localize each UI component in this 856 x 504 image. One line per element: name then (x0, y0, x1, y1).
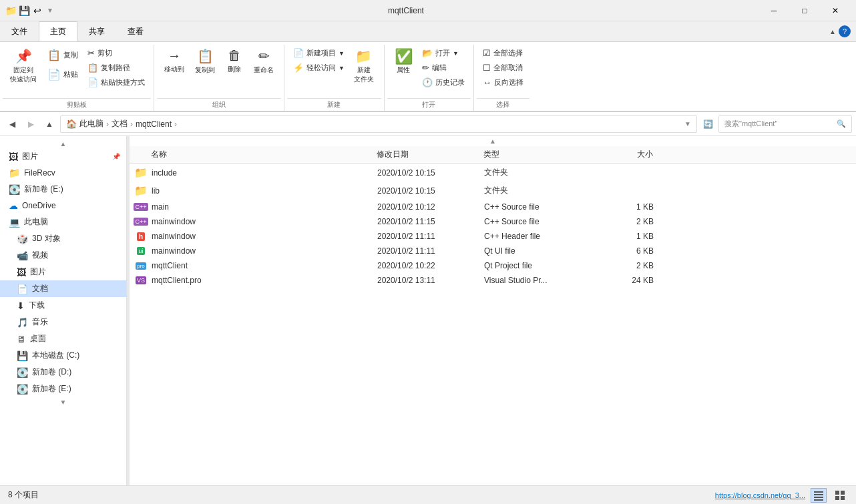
address-crumb-docs[interactable]: 文档 (112, 118, 128, 130)
invert-select-button[interactable]: ↔ 反向选择 (479, 75, 527, 89)
sidebar-item-filerecv-label: FileRecv (24, 168, 120, 178)
tab-view[interactable]: 查看 (116, 21, 155, 41)
paste-shortcut-button[interactable]: 📄 粘贴快捷方式 (84, 75, 148, 89)
open-icon: 📂 (422, 48, 433, 58)
file-row-mainwindow-cpp[interactable]: C++ mainwindow 2020/10/2 11:15 C++ Sourc… (130, 214, 856, 229)
move-to-button[interactable]: → 移动到 (160, 46, 189, 76)
title-dropdown-arrow[interactable]: ▼ (47, 7, 53, 14)
sidebar-item-pictures-quick[interactable]: 🖼 图片 📌 (0, 148, 126, 165)
sidebar-scroll-up[interactable]: ▲ (0, 139, 126, 148)
sidebar-item-downloads[interactable]: ⬇ 下载 (0, 297, 126, 314)
sidebar-item-thispc[interactable]: 💻 此电脑 (0, 214, 126, 230)
mqttclient-vs-date: 2020/10/2 13:11 (377, 276, 484, 285)
help-icon[interactable]: ? (839, 25, 851, 37)
cut-icon: ✂ (87, 48, 95, 58)
tab-file[interactable]: 文件 (0, 21, 39, 41)
sidebar-item-drive-e[interactable]: 💽 新加卷 (E:) (0, 381, 126, 397)
file-row-lib[interactable]: 📁 lib 2020/10/2 10:15 文件夹 (130, 182, 856, 200)
search-icon[interactable]: 🔍 (837, 119, 846, 128)
col-header-size[interactable]: 大小 (604, 149, 664, 160)
drive-e-quick-icon: 💽 (9, 184, 20, 195)
close-button[interactable]: ✕ (820, 0, 851, 21)
new-folder-button[interactable]: 📁 新建文件夹 (349, 46, 379, 86)
open-label: 打开 (435, 48, 450, 58)
sidebar-item-3d[interactable]: 🎲 3D 对象 (0, 230, 126, 247)
sidebar-item-onedrive[interactable]: ☁ OneDrive (0, 198, 126, 214)
organize-label: 组织 (157, 98, 281, 111)
edit-label: 编辑 (432, 63, 447, 73)
col-header-date[interactable]: 修改日期 (377, 149, 483, 160)
tab-share[interactable]: 共享 (77, 21, 116, 41)
col-header-name[interactable]: 名称 (130, 149, 377, 160)
tab-home[interactable]: 主页 (39, 21, 77, 41)
address-dropdown-arrow[interactable]: ▼ (684, 120, 691, 128)
sidebar-item-documents[interactable]: 📄 文档 (0, 280, 126, 297)
mainwindow-ui-type: Qt UI file (484, 246, 604, 256)
sidebar-item-local-c[interactable]: 💾 本地磁盘 (C:) (0, 347, 126, 364)
sidebar-item-drive-e-quick[interactable]: 💽 新加卷 (E:) (0, 181, 126, 198)
sidebar-item-desktop[interactable]: 🖥 桌面 (0, 330, 126, 347)
search-bar[interactable]: 搜索"mqttClient" 🔍 (718, 115, 852, 133)
select-all-button[interactable]: ☑ 全部选择 (479, 46, 527, 60)
delete-button[interactable]: 🗑 删除 (221, 46, 248, 76)
lib-date: 2020/10/2 10:15 (377, 186, 484, 196)
sidebar-item-filerecv[interactable]: 📁 FileRecv (0, 165, 126, 181)
pin-icon-quick[interactable]: 📌 (112, 153, 120, 160)
ribbon-collapse-icon[interactable]: ▲ (829, 28, 836, 35)
sidebar-item-drive-d[interactable]: 💽 新加卷 (D:) (0, 364, 126, 381)
pin-to-quick-access-button[interactable]: 📌 固定到快速访问 (5, 46, 41, 86)
sidebar-item-pictures[interactable]: 🖼 图片 (0, 264, 126, 280)
sidebar-item-music[interactable]: 🎵 音乐 (0, 314, 126, 330)
file-row-mqttclient[interactable]: pro mqttClient 2020/10/2 10:22 Qt Projec… (130, 258, 856, 273)
mainwindow-h-type: C++ Header file (484, 232, 604, 241)
col-header-type[interactable]: 类型 (483, 149, 604, 160)
easy-access-arrow: ▼ (339, 65, 345, 71)
drive-d-icon: 💽 (17, 367, 28, 378)
file-row-mqttclient-vs[interactable]: VS mqttClient.pro 2020/10/2 13:11 Visual… (130, 273, 856, 288)
details-view-button[interactable] (811, 488, 827, 503)
back-button[interactable]: ◀ (4, 116, 20, 132)
sidebar-item-video[interactable]: 📹 视频 (0, 247, 126, 264)
file-area: ▲ 名称 修改日期 类型 大小 📁 include 2020/10/2 10:1… (130, 136, 856, 485)
lib-name: lib (152, 186, 377, 196)
organize-items: → 移动到 📋 复制到 🗑 删除 ✏ 重命名 (157, 45, 281, 97)
include-name: include (152, 168, 377, 178)
open-button[interactable]: 📂 打开 ▼ (419, 46, 468, 60)
minimize-button[interactable]: ─ (759, 0, 789, 21)
address-crumb-pc[interactable]: 此电脑 (79, 118, 103, 130)
copy-button[interactable]: 📋 复制 (43, 46, 83, 64)
properties-button[interactable]: ✅ 属性 (390, 46, 417, 77)
pictures-icon: 🖼 (17, 267, 26, 278)
svg-rect-0 (814, 491, 823, 493)
copy-path-button[interactable]: 📋 复制路径 (84, 61, 148, 75)
sidebar-scroll-down[interactable]: ▼ (0, 397, 126, 407)
edit-button[interactable]: ✏ 编辑 (419, 61, 468, 75)
file-row-include[interactable]: 📁 include 2020/10/2 10:15 文件夹 (130, 164, 856, 182)
new-item-button[interactable]: 📄 新建项目 ▼ (290, 46, 348, 60)
main-cpp-icon: C++ (130, 203, 152, 211)
mainwindow-cpp-date: 2020/10/2 11:15 (377, 217, 484, 226)
file-row-main-cpp[interactable]: C++ main 2020/10/2 10:12 C++ Source file… (130, 200, 856, 214)
rename-button[interactable]: ✏ 重命名 (249, 46, 278, 77)
csdn-link[interactable]: https://blog.csdn.net/qq_3... (715, 491, 805, 499)
forward-button[interactable]: ▶ (23, 116, 39, 132)
new-label: 新建 (287, 98, 381, 111)
paste-button[interactable]: 📄 粘贴 (43, 65, 83, 83)
copy-to-button[interactable]: 📋 复制到 (190, 46, 220, 77)
file-row-mainwindow-ui[interactable]: ui mainwindow 2020/10/2 11:11 Qt UI file… (130, 244, 856, 258)
file-row-mainwindow-h[interactable]: h mainwindow 2020/10/2 11:11 C++ Header … (130, 229, 856, 244)
cut-button[interactable]: ✂ 剪切 (84, 46, 148, 60)
address-bar[interactable]: 🏠 此电脑 › 文档 › mqttClient › ▼ (60, 115, 697, 133)
select-none-button[interactable]: ☐ 全部取消 (479, 61, 527, 75)
svg-rect-2 (814, 497, 823, 498)
large-icons-view-button[interactable] (832, 488, 848, 503)
history-button[interactable]: 🕐 历史记录 (419, 75, 468, 89)
up-button[interactable]: ▲ (41, 116, 57, 132)
select-none-icon: ☐ (483, 63, 491, 73)
easy-access-button[interactable]: ⚡ 轻松访问 ▼ (290, 61, 348, 75)
window-controls: ─ □ ✕ (759, 0, 851, 21)
address-crumb-mqtt[interactable]: mqttClient (136, 119, 172, 129)
refresh-button[interactable]: 🔄 (700, 116, 716, 132)
new-folder-icon: 📁 (355, 48, 372, 64)
maximize-button[interactable]: □ (789, 0, 820, 21)
